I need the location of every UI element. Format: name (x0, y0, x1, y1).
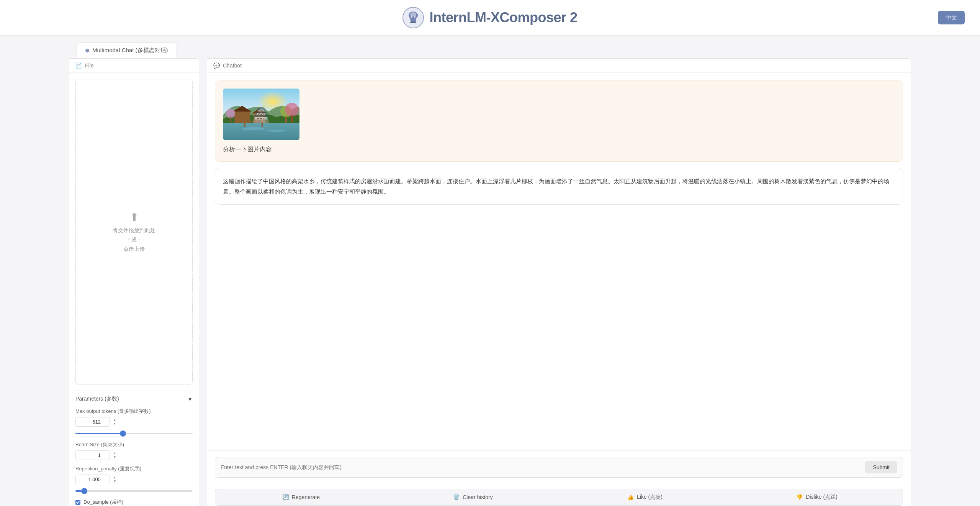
param-beam-size-label: Beam Size (集束大小) (75, 441, 193, 448)
param-max-tokens-input[interactable] (75, 417, 110, 427)
app-title: InternLM-XComposer 2 (429, 10, 577, 26)
svg-rect-14 (244, 122, 245, 127)
param-repetition-penalty-slider[interactable] (75, 490, 193, 492)
chatbot-header: 💬 Chatbot (207, 59, 911, 73)
param-repetition-penalty-stepper[interactable]: ▲ ▼ (113, 476, 116, 483)
parameters-toggle-icon: ▼ (187, 396, 193, 402)
regenerate-label: Regenerate (292, 494, 320, 500)
regenerate-icon: 🔄 (282, 494, 289, 500)
parameters-label: Parameters (参数) (75, 396, 119, 402)
tab-dot (85, 49, 89, 53)
submit-button[interactable]: Submit (865, 461, 897, 473)
param-beam-size-controls: ▲ ▼ (75, 450, 193, 460)
chatbot-icon: 💬 (213, 62, 220, 69)
svg-point-5 (411, 16, 412, 18)
svg-rect-15 (262, 122, 263, 127)
like-icon: 👍 (627, 494, 634, 500)
dislike-button[interactable]: 👎 Dislike (点踩) (731, 489, 903, 506)
upload-line2: - 或 - (128, 237, 140, 243)
upload-area[interactable]: ⬆ 将文件拖放到此处 - 或 - 点击上传 (75, 79, 193, 384)
input-area: Submit (207, 450, 911, 484)
app-logo-icon (402, 7, 424, 28)
param-beam-size: Beam Size (集束大小) ▲ ▼ (75, 441, 193, 460)
user-uploaded-image (223, 89, 299, 140)
dislike-icon: 👎 (796, 494, 803, 500)
file-label: File (85, 62, 94, 69)
param-repetition-penalty-label: Repetition_penalty (重复惩罚) (75, 465, 193, 472)
dislike-label: Dislike (点踩) (806, 494, 837, 501)
clear-history-button[interactable]: 🗑️ Clear history (387, 489, 559, 506)
param-beam-size-stepper[interactable]: ▲ ▼ (113, 452, 116, 459)
parameters-header[interactable]: Parameters (参数) ▼ (75, 396, 193, 402)
main-content: 📄 File ⬆ 将文件拖放到此处 - 或 - 点击上传 Parameters … (0, 58, 980, 506)
regenerate-button[interactable]: 🔄 Regenerate (215, 489, 387, 506)
tab-label: Multimodal Chat (多模态对话) (92, 47, 168, 54)
svg-rect-21 (291, 115, 293, 123)
upload-icon: ⬆ (130, 211, 139, 223)
like-label: Like (点赞) (637, 494, 663, 501)
svg-point-6 (414, 16, 416, 18)
user-message: 分析一下图片内容 (215, 80, 903, 162)
param-max-tokens-slider[interactable] (75, 433, 193, 434)
do-sample-checkbox[interactable] (75, 500, 80, 505)
upload-line1: 将文件拖放到此处 (113, 227, 155, 234)
param-max-tokens-slider-container (75, 429, 193, 436)
tab-bar: Multimodal Chat (多模态对话) (0, 36, 980, 58)
clear-history-icon: 🗑️ (453, 494, 460, 500)
like-button[interactable]: 👍 Like (点赞) (559, 489, 731, 506)
param-repetition-penalty-input[interactable] (75, 475, 110, 484)
svg-rect-9 (223, 123, 299, 140)
upload-line3: 点击上传 (123, 246, 145, 253)
input-row: Submit (215, 457, 903, 478)
user-message-text: 分析一下图片内容 (223, 146, 895, 154)
bot-message: 这幅画作描绘了中国风格的高架水乡，传统建筑样式的房屋沿水边而建。桥梁跨越水面，连… (215, 168, 903, 205)
tab-multimodal-chat[interactable]: Multimodal Chat (多模态对话) (77, 43, 177, 58)
svg-point-16 (226, 109, 235, 118)
param-max-tokens: Max output tokens (最多输出字数) ▲ ▼ (75, 408, 193, 436)
chat-input[interactable] (221, 464, 865, 470)
svg-point-11 (267, 130, 286, 132)
svg-rect-13 (254, 113, 265, 123)
param-repetition-penalty-slider-container (75, 486, 193, 493)
param-max-tokens-stepper[interactable]: ▲ ▼ (113, 418, 116, 426)
app-logo: InternLM-XComposer 2 (402, 7, 577, 28)
left-panel: 📄 File ⬆ 将文件拖放到此处 - 或 - 点击上传 Parameters … (69, 58, 199, 506)
svg-point-10 (242, 127, 265, 130)
right-panel: 💬 Chatbot (207, 58, 911, 506)
chatbot-label: Chatbot (223, 62, 242, 69)
param-beam-size-input[interactable] (75, 450, 110, 460)
svg-rect-4 (410, 21, 416, 23)
clear-history-label: Clear history (463, 494, 493, 500)
do-sample-label[interactable]: Do_sample (采样) (83, 499, 123, 506)
file-header: 📄 File (69, 59, 199, 73)
file-icon: 📄 (75, 62, 82, 69)
param-repetition-penalty: Repetition_penalty (重复惩罚) ▲ ▼ (75, 465, 193, 493)
action-bar: 🔄 Regenerate 🗑️ Clear history 👍 Like (点赞… (207, 484, 911, 506)
param-max-tokens-controls: ▲ ▼ (75, 417, 193, 427)
param-max-tokens-label: Max output tokens (最多输出字数) (75, 408, 193, 415)
app-header: InternLM-XComposer 2 中文 (0, 0, 980, 36)
svg-point-20 (285, 103, 299, 117)
bot-response-text: 这幅画作描绘了中国风格的高架水乡，传统建筑样式的房屋沿水边而建。桥梁跨越水面，连… (223, 176, 895, 197)
do-sample-row: Do_sample (采样) (75, 499, 193, 506)
param-repetition-penalty-controls: ▲ ▼ (75, 475, 193, 484)
svg-rect-19 (285, 117, 287, 123)
language-button[interactable]: 中文 (938, 11, 965, 25)
chat-area: 分析一下图片内容 这幅画作描绘了中国风格的高架水乡，传统建筑样式的房屋沿水边而建… (207, 73, 911, 450)
parameters-section: Parameters (参数) ▼ Max output tokens (最多输… (69, 391, 199, 506)
svg-rect-17 (230, 117, 231, 123)
